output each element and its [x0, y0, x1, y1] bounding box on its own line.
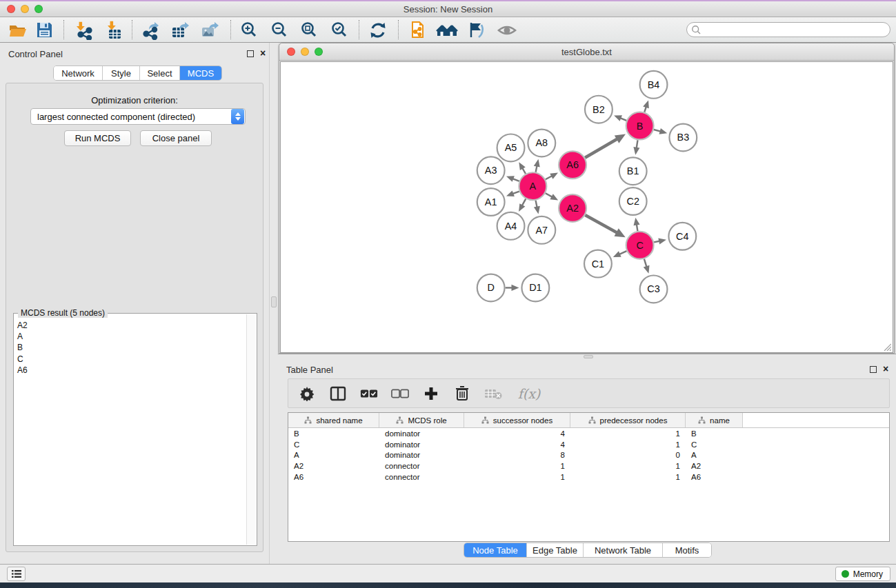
- new-network-from-selection-button[interactable]: [404, 19, 430, 41]
- tab-mcds[interactable]: MCDS: [180, 66, 221, 80]
- graph-edge[interactable]: [506, 176, 519, 182]
- graph-node[interactable]: A6: [559, 151, 586, 179]
- graph-edge[interactable]: [585, 134, 626, 158]
- delete-columns-button[interactable]: [453, 385, 471, 403]
- graph-edge[interactable]: [519, 199, 526, 212]
- show-columns-button[interactable]: [329, 385, 347, 403]
- graph-edge[interactable]: [654, 128, 667, 134]
- graph-edge[interactable]: [534, 159, 540, 172]
- first-neighbors-button[interactable]: [434, 19, 460, 41]
- splitter-grip[interactable]: [271, 296, 277, 307]
- window-resize-grip[interactable]: [882, 342, 891, 351]
- graph-node[interactable]: A: [519, 172, 546, 200]
- graph-node[interactable]: C3: [640, 276, 668, 303]
- graph-node[interactable]: B4: [640, 71, 668, 99]
- column-header-shared-name[interactable]: shared name: [288, 413, 379, 427]
- graph-node[interactable]: C4: [668, 223, 696, 250]
- zoom-fit-button[interactable]: [296, 19, 322, 41]
- graph-node[interactable]: C1: [584, 250, 612, 278]
- column-header-MCDS-role[interactable]: MCDS role: [379, 413, 464, 427]
- save-session-button[interactable]: [31, 19, 57, 41]
- graph-edge[interactable]: [519, 162, 526, 174]
- search-input[interactable]: [701, 23, 890, 36]
- graph-edge[interactable]: [585, 215, 625, 237]
- tab-motifs[interactable]: Motifs: [663, 543, 711, 557]
- delete-table-button[interactable]: [484, 385, 502, 403]
- graph-node[interactable]: D1: [521, 274, 549, 302]
- optimization-criterion-dropdown[interactable]: largest connected component (directed): [30, 108, 246, 125]
- result-scrollbar[interactable]: [246, 314, 256, 545]
- graph-node[interactable]: A3: [477, 156, 505, 184]
- import-network-button[interactable]: [71, 19, 97, 41]
- edge-arrowhead-icon: [534, 206, 540, 214]
- graph-node[interactable]: A1: [477, 188, 505, 216]
- table-row[interactable]: Cdominator41C: [288, 439, 889, 450]
- close-panel-button[interactable]: Close panel: [140, 130, 212, 146]
- graph-node[interactable]: A4: [497, 212, 525, 240]
- select-all-columns-button[interactable]: [360, 385, 378, 403]
- zoom-in-button[interactable]: [236, 19, 262, 41]
- memory-button[interactable]: Memory: [835, 567, 890, 581]
- graph-node[interactable]: B3: [669, 124, 697, 152]
- graph-edge[interactable]: [634, 218, 640, 231]
- graph-node[interactable]: B: [626, 112, 654, 140]
- column-header-successor-nodes[interactable]: successor nodes: [464, 413, 570, 427]
- graph-node[interactable]: A7: [528, 216, 555, 244]
- close-panel-icon[interactable]: ×: [883, 363, 888, 375]
- graph-edge[interactable]: [506, 285, 519, 291]
- zoom-out-button[interactable]: [266, 19, 292, 41]
- graph-edge[interactable]: [644, 259, 650, 274]
- export-image-button[interactable]: [197, 19, 223, 41]
- graph-edge[interactable]: [546, 193, 559, 200]
- show-all-button[interactable]: [494, 19, 520, 41]
- tab-node-table[interactable]: Node Table: [464, 543, 527, 557]
- close-panel-icon[interactable]: ×: [260, 47, 266, 59]
- graph-node[interactable]: B2: [585, 96, 613, 123]
- hide-selected-button[interactable]: [463, 19, 489, 41]
- open-session-button[interactable]: [5, 19, 31, 41]
- run-mcds-button[interactable]: Run MCDS: [64, 130, 131, 146]
- zoom-selected-button[interactable]: [326, 19, 352, 41]
- export-table-button[interactable]: [167, 19, 193, 41]
- table-settings-button[interactable]: [298, 385, 316, 403]
- table-row[interactable]: Adominator80A: [288, 449, 889, 460]
- graph-edge[interactable]: [546, 173, 558, 180]
- tab-style[interactable]: Style: [103, 66, 140, 80]
- graph-edge[interactable]: [643, 101, 649, 112]
- graph-edge[interactable]: [633, 140, 639, 154]
- tab-network-table[interactable]: Network Table: [584, 543, 663, 557]
- tab-select[interactable]: Select: [140, 66, 180, 80]
- float-panel-icon[interactable]: [247, 50, 254, 57]
- function-builder-button[interactable]: f(x): [515, 385, 543, 403]
- task-history-button[interactable]: [7, 567, 26, 581]
- graph-edge[interactable]: [614, 115, 626, 121]
- graph-node[interactable]: A5: [497, 134, 525, 162]
- graph-node[interactable]: C: [626, 232, 654, 259]
- column-header-predecessor-nodes[interactable]: predecessor nodes: [570, 413, 686, 427]
- graph-edge[interactable]: [654, 238, 666, 244]
- column-header-name[interactable]: name: [686, 413, 743, 427]
- graph-edge[interactable]: [534, 201, 540, 214]
- graph-node[interactable]: C2: [619, 187, 647, 215]
- table-row[interactable]: Bdominator41B: [288, 428, 889, 439]
- table-splitter[interactable]: [278, 354, 896, 358]
- add-column-button[interactable]: [422, 385, 440, 403]
- table-row[interactable]: A2connector11A2: [288, 460, 889, 472]
- tab-network[interactable]: Network: [54, 66, 103, 80]
- graph-node[interactable]: A2: [559, 194, 586, 222]
- graph-node[interactable]: A8: [528, 130, 555, 157]
- unselect-all-columns-button[interactable]: [391, 385, 409, 403]
- panel-splitter[interactable]: [269, 43, 278, 564]
- apply-layout-button[interactable]: [365, 19, 391, 41]
- table-row[interactable]: A6connector11A6: [288, 472, 889, 483]
- graph-edge[interactable]: [613, 251, 627, 257]
- export-network-button[interactable]: [137, 19, 163, 41]
- graph-edge[interactable]: [506, 190, 519, 196]
- tab-edge-table[interactable]: Edge Table: [527, 543, 584, 557]
- node-label: D1: [529, 282, 541, 293]
- graph-node[interactable]: D: [477, 274, 505, 302]
- graph-node[interactable]: B1: [619, 157, 647, 185]
- network-canvas[interactable]: AA1A2A3A4A5A6A7A8BB1B2B3B4CC1C2C3C4DD1: [280, 61, 893, 353]
- import-table-button[interactable]: [101, 19, 128, 41]
- float-panel-icon[interactable]: [870, 366, 877, 373]
